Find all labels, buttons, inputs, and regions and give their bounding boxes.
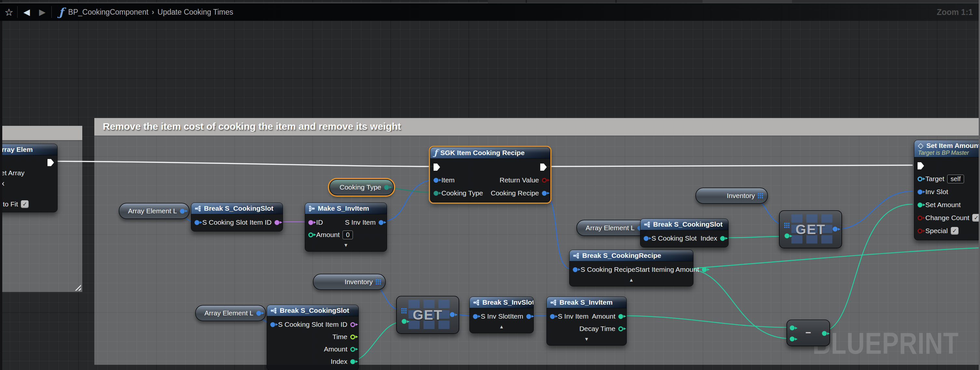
pin-s-inv-item[interactable] xyxy=(379,220,383,225)
node-break-cookingrecipe[interactable]: Break S_CookingRecipe S Cooking Recipe S… xyxy=(569,250,694,286)
node-subtitle: Target is BP Master xyxy=(918,150,969,156)
wire-amount-to-subtract-a xyxy=(619,316,790,327)
breadcrumb-root[interactable]: BP_CookingComponent xyxy=(68,8,149,17)
break-struct-icon xyxy=(573,252,579,259)
pin-amount[interactable] xyxy=(309,232,313,237)
exec-in-pin[interactable] xyxy=(434,164,440,171)
breadcrumb-current[interactable]: Update Cooking Times xyxy=(158,8,233,17)
input-a-pin[interactable] xyxy=(790,326,795,330)
special-checkbox[interactable]: ✓ xyxy=(951,227,959,235)
pin-decay-time[interactable] xyxy=(618,326,623,331)
divider xyxy=(17,6,18,18)
pill-label: Array Element L xyxy=(585,224,635,232)
pin-item[interactable] xyxy=(434,178,438,183)
array-output-pin[interactable] xyxy=(375,279,381,284)
pin-return-value[interactable] xyxy=(542,178,547,183)
element-output-pin[interactable] xyxy=(833,227,838,232)
pin-s-inv-slot[interactable] xyxy=(473,314,478,319)
pin-item[interactable] xyxy=(526,314,531,319)
node-sgk-item-cooking-recipe[interactable]: ƒ SGK Item Cooking Recipe Item Return Va… xyxy=(430,147,550,203)
pin-time[interactable] xyxy=(350,335,355,340)
collapse-arrow[interactable]: ▼ xyxy=(547,335,627,343)
blueprint-graph-canvas[interactable]: Remove the item cost of cooking the item… xyxy=(0,0,980,370)
pill-array-element-top[interactable]: Array Element L xyxy=(119,203,189,219)
pin-s-cooking-recipe[interactable] xyxy=(573,267,578,272)
pin-item-id[interactable] xyxy=(350,322,355,327)
pin-set-amount[interactable] xyxy=(918,203,923,207)
panel-right-edge xyxy=(979,0,980,370)
expand-arrow[interactable]: ▲ xyxy=(570,276,693,284)
input-b-pin[interactable] xyxy=(790,337,795,341)
break-struct-icon xyxy=(644,221,650,228)
pin-s-inv-item[interactable] xyxy=(550,314,555,319)
pin-index[interactable] xyxy=(350,359,355,364)
node-break-cookingslot-bottom[interactable]: Break S_CookingSlot S Cooking Slot Item … xyxy=(267,305,359,370)
array-element-output-pin[interactable] xyxy=(180,209,185,214)
pin-size-to-fit: Size to Fit xyxy=(0,200,18,208)
exec-out-pin[interactable] xyxy=(48,159,54,166)
pin-inv-slot[interactable] xyxy=(918,189,923,194)
array-input-pin[interactable] xyxy=(401,308,407,313)
wire-exec-sgk-to-setitemamount xyxy=(546,165,913,167)
node-set-array-elem[interactable]: Set Array Elem Target Array Index Item S… xyxy=(0,144,57,212)
node-break-invitem[interactable]: Break S_InvItem S Inv Item Amount Decay … xyxy=(546,297,627,346)
break-struct-icon xyxy=(550,299,557,306)
pin-index[interactable] xyxy=(720,236,725,241)
array-output-pin[interactable] xyxy=(758,193,763,198)
panel-left-edge xyxy=(0,0,2,370)
pill-inventory-right[interactable]: Inventory xyxy=(695,187,768,204)
pin-special[interactable] xyxy=(918,229,923,233)
exec-out-pin[interactable] xyxy=(540,164,547,171)
node-break-cookingslot-top[interactable]: Break S_CookingSlot S Cooking Slot Item … xyxy=(191,203,283,232)
element-output-pin[interactable] xyxy=(450,312,455,317)
wire-get-right-to-invslot xyxy=(836,191,913,229)
forward-icon[interactable]: ▶ xyxy=(39,7,46,17)
node-break-cookingslot-right[interactable]: Break S_CookingSlot S Cooking Slot Index xyxy=(640,219,729,248)
pin-s-cooking-slot[interactable] xyxy=(270,322,275,327)
pill-label: Inventory xyxy=(345,278,373,286)
pin-start-iteming-amount[interactable] xyxy=(702,267,707,272)
node-title: Break S_InvItem xyxy=(560,299,612,306)
node-set-item-amount[interactable]: ◇Set Item Amount Target is BP Master Tar… xyxy=(914,140,980,240)
pin-cooking-type[interactable] xyxy=(434,191,438,196)
node-title: Break S_CookingRecipe xyxy=(582,252,661,259)
pin-s-cooking-slot[interactable] xyxy=(194,220,199,225)
pill-array-element-right[interactable]: Array Element L xyxy=(576,220,647,236)
result-output-pin[interactable] xyxy=(822,331,827,336)
wire-cookingrecipe-to-breakrecipe xyxy=(542,192,571,269)
node-get-right[interactable]: GET xyxy=(779,210,842,248)
pin-cooking-recipe[interactable] xyxy=(542,191,547,196)
cooking-type-output-pin[interactable] xyxy=(384,185,389,190)
function-icon: ƒ xyxy=(434,149,438,156)
target-value-field[interactable]: self xyxy=(947,175,964,183)
node-title: Set Array Elem xyxy=(0,146,33,154)
node-title: Break S_CookingSlot xyxy=(653,221,723,228)
collapse-arrow[interactable]: ▼ xyxy=(305,241,387,249)
pill-array-element-bottom[interactable]: Array Element L xyxy=(195,305,266,321)
node-make-invitem[interactable]: Make S_InvItem ID S Inv Item Amount0 ▼ xyxy=(305,203,387,252)
index-input-pin[interactable] xyxy=(784,233,789,238)
break-struct-icon xyxy=(473,299,479,306)
pin-s-cooking-slot[interactable] xyxy=(644,236,649,241)
exec-in-pin[interactable] xyxy=(918,162,924,169)
index-input-pin[interactable] xyxy=(402,319,407,324)
pin-id[interactable] xyxy=(309,220,313,225)
pin-target[interactable] xyxy=(918,176,923,181)
expand-arrow[interactable]: ▲ xyxy=(470,322,533,330)
pill-cooking-type[interactable]: Cooking Type xyxy=(329,179,394,195)
favorite-star-icon[interactable]: ☆ xyxy=(5,6,13,18)
array-element-output-pin[interactable] xyxy=(256,311,261,316)
pin-change-count[interactable] xyxy=(918,216,923,221)
pin-amount[interactable] xyxy=(350,347,355,352)
back-icon[interactable]: ◀ xyxy=(24,7,30,17)
pin-amount[interactable] xyxy=(618,314,623,319)
chevron-right-icon: › xyxy=(151,8,154,17)
node-break-invslot[interactable]: Break S_InvSlot S Inv Slot Item ▲ xyxy=(469,297,534,333)
pin-item-id[interactable] xyxy=(275,220,279,225)
array-input-pin[interactable] xyxy=(784,223,789,228)
pill-inventory-left[interactable]: Inventory xyxy=(313,274,386,290)
size-to-fit-checkbox[interactable]: ✓ xyxy=(21,200,29,208)
node-subtract[interactable]: − xyxy=(786,319,830,346)
node-get-left[interactable]: GET xyxy=(396,296,459,334)
amount-value-field[interactable]: 0 xyxy=(342,230,353,239)
